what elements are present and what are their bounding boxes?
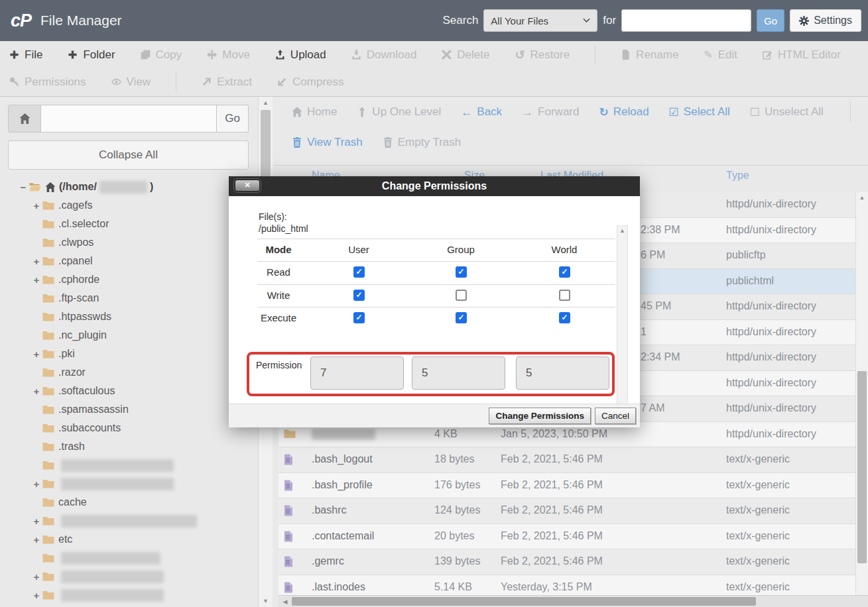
nav-item-reload[interactable]: ↻Reload [599,105,649,119]
toolbar-item-delete[interactable]: Delete [442,48,489,62]
table-scrollbar[interactable]: ▲ [855,192,868,607]
tree-expander-icon[interactable]: + [31,349,42,360]
tree-item-pki[interactable]: +.pki [31,345,75,363]
nav-item-forward[interactable]: →Forward [522,105,579,119]
unchecked-checkbox[interactable] [456,290,467,301]
tree-item-subaccounts[interactable]: .subaccounts [31,419,121,437]
table-row[interactable]: .contactemail20 bytesFeb 2, 2021, 5:46 P… [279,524,855,550]
table-row[interactable]: .gemrc139 bytesFeb 2, 2021, 5:46 PMtext/… [279,549,855,575]
settings-button[interactable]: Settings [790,9,861,32]
tree-expander-icon[interactable]: − [17,182,29,193]
tree-item-cache[interactable]: cache [31,493,87,512]
cancel-button[interactable]: Cancel [595,408,636,424]
checked-checkbox[interactable]: ✓ [559,266,570,278]
scroll-up-icon[interactable]: ▲ [856,194,868,201]
unchecked-checkbox[interactable] [559,290,570,301]
tree-item-etc[interactable]: +etc [31,530,72,549]
tree-expander-icon[interactable]: + [31,478,42,490]
checked-checkbox[interactable]: ✓ [559,312,570,323]
nav-item-unselect-all[interactable]: ☐Unselect All [750,105,824,119]
toolbar-item-folder[interactable]: Folder [68,48,115,62]
permission-user-input[interactable] [310,357,404,390]
scroll-up-icon[interactable]: ▲ [259,99,273,106]
tree-expander-icon[interactable]: + [31,516,42,527]
checked-checkbox[interactable]: ✓ [456,312,467,323]
tree-item-trash[interactable]: .trash [31,437,85,456]
tree-item-softaculous[interactable]: +.softaculous [31,382,115,400]
tree-item-ftp-scan[interactable]: .ftp-scan [31,289,99,307]
search-input[interactable] [621,9,751,32]
tree-expander-icon[interactable]: + [31,534,42,545]
toolbar-item-html-editor[interactable]: HTML Editor [763,48,841,62]
tree-expander-icon[interactable]: + [31,590,42,601]
toolbar-item-permissions[interactable]: Permissions [9,76,86,89]
search-scope-select[interactable]: All Your Files [483,9,597,32]
toolbar-item-copy[interactable]: Copy [141,48,182,62]
checked-checkbox[interactable]: ✓ [353,290,365,301]
table-scrollbar-thumb[interactable] [857,371,867,563]
tree-expander-icon[interactable]: + [31,274,42,286]
dialog-scrollbar[interactable]: ▲ ▼ [617,225,628,412]
tree-item-razor[interactable]: .razor [31,363,86,382]
horizontal-scrollbar[interactable]: ◀ [279,595,868,607]
tree-item-redacted[interactable] [31,549,163,567]
rename-icon [621,50,631,60]
sidebar-home-button[interactable] [8,105,41,133]
tree-item-cl-selector[interactable]: .cl.selector [31,215,109,233]
nav-item-back[interactable]: ←Back [461,105,502,119]
nav-item-up-one-level[interactable]: Up One Level [357,105,441,119]
scroll-left-icon[interactable]: ◀ [281,598,289,605]
tree-item-clwpos[interactable]: .clwpos [31,233,93,252]
toolbar-item-view[interactable]: View [111,76,151,89]
permission-world-input[interactable] [516,357,609,390]
tree-expander-icon[interactable]: + [31,200,42,211]
tree-item-cagefs[interactable]: +.cagefs [31,196,93,215]
close-icon[interactable]: ✕ [235,180,259,191]
nav-item-select-all[interactable]: ☑Select All [669,105,730,119]
search-go-button[interactable]: Go [757,9,784,32]
path-go-button[interactable]: Go [217,105,249,133]
file-size: 124 bytes [434,504,480,516]
tree-item-redacted[interactable]: + [31,567,166,586]
tree-item-redacted[interactable]: + [31,512,200,530]
nav-item-home[interactable]: Home [292,105,337,119]
toolbar-item-restore[interactable]: ↺Restore [515,48,570,62]
tree-item-redacted[interactable]: + [31,474,176,493]
collapse-all-button[interactable]: Collapse All [8,140,249,170]
tree-expander-icon[interactable]: + [31,386,42,397]
tree-expander-icon[interactable]: + [31,256,42,267]
path-input[interactable] [41,105,217,133]
toolbar-item-file[interactable]: File [9,48,42,62]
toolbar-item-move[interactable]: Move [207,48,250,62]
table-row[interactable]: .bashrc124 bytesFeb 2, 2021, 5:46 PMtext… [279,498,855,524]
permission-group-input[interactable] [412,357,505,390]
table-row[interactable]: .bash_logout18 bytesFeb 2, 2021, 5:46 PM… [279,447,855,473]
tree-item-cpanel[interactable]: +.cpanel [31,252,93,270]
toolbar-item-compress[interactable]: Compress [277,76,343,89]
horizontal-scrollbar-thumb[interactable] [292,597,756,606]
tree-item-htpasswds[interactable]: .htpasswds [31,307,111,326]
tree-item-spamassassin[interactable]: .spamassassin [31,400,129,419]
folder-icon [42,386,54,396]
table-row[interactable]: .bash_profile176 bytesFeb 2, 2021, 5:46 … [279,473,855,499]
tree-expander-icon[interactable]: + [31,571,42,582]
toolbar-item-extract[interactable]: Extract [202,76,252,89]
checked-checkbox[interactable]: ✓ [456,266,467,278]
scroll-down-icon[interactable]: ▼ [259,598,273,604]
tree-item-nc-plugin[interactable]: .nc_plugin [31,326,107,345]
checked-checkbox[interactable]: ✓ [353,312,365,323]
change-permissions-button[interactable]: Change Permissions [489,408,591,424]
checked-checkbox[interactable]: ✓ [353,266,365,278]
nav-item-view-trash[interactable]: View Trash [292,136,363,149]
scroll-up-icon[interactable]: ▲ [617,227,627,234]
toolbar-item-upload[interactable]: Upload [275,48,326,62]
column-header-type[interactable]: Type [726,170,749,182]
toolbar-item-download[interactable]: Download [351,48,417,62]
toolbar-item-edit[interactable]: ✎Edit [704,48,737,62]
tree-item-redacted[interactable]: + [31,586,166,604]
toolbar-item-rename[interactable]: Rename [621,48,678,62]
nav-item-empty-trash[interactable]: Empty Trash [383,136,461,149]
tree-item-root[interactable]: −(/home/) [17,178,153,196]
tree-item-redacted[interactable] [31,456,176,474]
tree-item-cphorde[interactable]: +.cphorde [31,270,99,289]
